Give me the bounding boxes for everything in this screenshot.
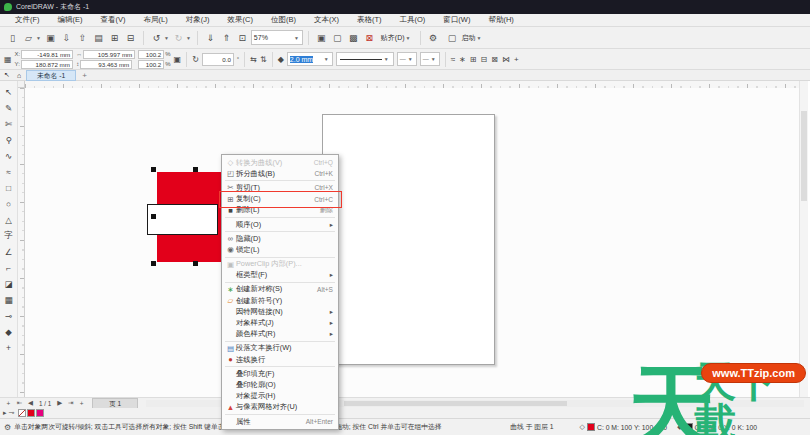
last-page-button[interactable]: ⇥: [66, 399, 75, 407]
context-menu-item-connector-wrap[interactable]: ●连线换行: [222, 354, 338, 365]
paste-icon[interactable]: ⊟: [123, 30, 138, 45]
expand-icon[interactable]: +: [514, 55, 519, 64]
selection-handle[interactable]: [151, 214, 156, 219]
zoom-tool[interactable]: ⚲: [2, 133, 16, 147]
outline-width-combo[interactable]: 2.0 mm▼: [287, 52, 333, 66]
context-menu-item-delete[interactable]: ■删除(L)删除: [222, 205, 338, 216]
x-position-field[interactable]: -149.81 mm: [21, 50, 73, 59]
selection-handle[interactable]: [151, 261, 156, 266]
customize-toolbox-button[interactable]: +: [2, 341, 16, 355]
magenta-swatch[interactable]: [36, 409, 44, 417]
document-tab[interactable]: 未命名 -1: [26, 70, 76, 81]
scale-x-field[interactable]: 100.2: [138, 50, 164, 59]
show-grid-icon[interactable]: ▩: [346, 30, 361, 45]
scrollbar-thumb[interactable]: [801, 111, 807, 201]
no-color-swatch[interactable]: [18, 409, 26, 417]
mirror-vertical-icon[interactable]: ⇅: [260, 55, 267, 64]
full-screen-preview-icon[interactable]: ▣: [314, 30, 329, 45]
selection-handle[interactable]: [151, 167, 156, 172]
freehand-tool[interactable]: ∿: [2, 149, 16, 163]
object-width-field[interactable]: 105.997 mm: [83, 50, 135, 59]
dimension-tool[interactable]: ∠: [2, 245, 16, 259]
polygon-tool[interactable]: △: [2, 213, 16, 227]
ellipse-tool[interactable]: ○: [2, 197, 16, 211]
context-menu-item-object-styles[interactable]: 对象样式(J)▸: [222, 317, 338, 328]
prev-page-button[interactable]: ◀: [26, 399, 35, 407]
menubar-item-object[interactable]: 对象(J): [177, 14, 219, 26]
line-style-combo[interactable]: ▼: [336, 52, 394, 66]
menubar-item-bitmaps[interactable]: 位图(B): [262, 14, 305, 26]
color-eyedropper-tool[interactable]: ⊸: [2, 309, 16, 323]
chevron-down-icon[interactable]: ▼: [186, 35, 191, 41]
interactive-fill-tool[interactable]: ◆: [2, 325, 16, 339]
pick-tool[interactable]: ↖: [2, 85, 16, 99]
next-page-button[interactable]: ▶: [55, 399, 64, 407]
context-menu-item-object-hints[interactable]: 对象提示(H): [222, 391, 338, 402]
undo-icon[interactable]: ↺: [149, 30, 164, 45]
fillet-icon[interactable]: ⊠: [491, 55, 498, 64]
search-content-icon[interactable]: ⇓: [203, 30, 218, 45]
red-swatch[interactable]: [27, 409, 35, 417]
save-icon[interactable]: ▣: [43, 30, 58, 45]
context-menu-item-split-curve[interactable]: ◰拆分曲线(B)Ctrl+K: [222, 168, 338, 179]
drawing-canvas[interactable]: [25, 88, 799, 397]
selection-handle[interactable]: [193, 167, 198, 172]
export-icon[interactable]: ⇧: [75, 30, 90, 45]
copy-icon[interactable]: ⊞: [107, 30, 122, 45]
new-document-tab-button[interactable]: +: [78, 71, 91, 80]
scale-y-field[interactable]: 100.2: [138, 60, 164, 69]
context-menu-item-create-new-symmetry[interactable]: ∗创建新对称(S)Alt+S: [222, 284, 338, 295]
menubar-item-text[interactable]: 文本(X): [305, 14, 348, 26]
launch-dropdown[interactable]: ▢启动▼: [442, 30, 486, 45]
add-page-button-right[interactable]: +: [77, 400, 86, 407]
text-wrap-icon[interactable]: ⊞: [470, 55, 477, 64]
menubar-item-effects[interactable]: 效果(C): [219, 14, 262, 26]
curve-smoothness-icon[interactable]: ≈: [451, 55, 455, 64]
publish-icon[interactable]: ⇑: [219, 30, 234, 45]
menubar-item-layout[interactable]: 布局(L): [135, 14, 177, 26]
page-tab[interactable]: 页 1: [92, 398, 138, 409]
context-menu-item-align-pixel-grid[interactable]: ▲与像素网格对齐(U): [222, 402, 338, 413]
chevron-down-icon[interactable]: ▼: [164, 35, 169, 41]
first-page-button[interactable]: ⇤: [15, 399, 24, 407]
menubar-item-table[interactable]: 表格(T): [348, 14, 391, 26]
menubar-item-window[interactable]: 窗口(W): [434, 14, 479, 26]
gear-icon[interactable]: ⚙: [4, 423, 11, 432]
context-menu-item-overprint-fill[interactable]: 叠印填充(F): [222, 368, 338, 379]
transparency-tool[interactable]: ▦: [2, 293, 16, 307]
menubar-item-file[interactable]: 文件(F): [6, 14, 49, 26]
snap-dropdown[interactable]: 贴齐(D)▼: [378, 30, 415, 45]
scrollbar-thumb[interactable]: [344, 401, 568, 406]
redo-icon[interactable]: ↻: [171, 30, 186, 45]
selection-handle[interactable]: [193, 261, 198, 266]
options-gear-icon[interactable]: ⚙: [426, 30, 441, 45]
arrow-end-combo[interactable]: —▼: [420, 52, 440, 66]
object-height-field[interactable]: 93.463 mm: [80, 60, 132, 69]
drop-shadow-tool[interactable]: ◪: [2, 277, 16, 291]
arrow-start-combo[interactable]: —▼: [397, 52, 417, 66]
context-menu-item-order[interactable]: 顺序(O)▸: [222, 219, 338, 230]
vertical-ruler[interactable]: [18, 88, 25, 397]
mirror-horizontal-icon[interactable]: ⇆: [250, 55, 257, 64]
rectangle-tool[interactable]: □: [2, 181, 16, 195]
white-rectangle-shape[interactable]: [147, 204, 218, 235]
context-menu-item-color-styles[interactable]: 颜色样式(R)▸: [222, 329, 338, 340]
context-menu-item-create-new-symbol[interactable]: ▱创建新符号(Y): [222, 295, 338, 306]
context-menu-item-hide[interactable]: ∞隐藏(D): [222, 233, 338, 244]
menubar-item-edit[interactable]: 编辑(E): [49, 14, 92, 26]
menubar-item-tools[interactable]: 工具(O): [391, 14, 435, 26]
connector-tool[interactable]: ⌐: [2, 261, 16, 275]
vertical-scrollbar[interactable]: [799, 81, 808, 397]
open-icon[interactable]: ▱: [21, 30, 36, 45]
context-menu-item-properties[interactable]: 属性Alt+Enter: [222, 416, 338, 427]
corner-style-icon[interactable]: ∗: [459, 55, 466, 64]
artistic-media-tool[interactable]: ≈: [2, 165, 16, 179]
home-icon[interactable]: ⌂: [14, 72, 24, 79]
text-tool[interactable]: 字: [2, 229, 16, 243]
context-menu-item-copy[interactable]: ⊞复制(C)Ctrl+C: [222, 194, 338, 205]
import-icon[interactable]: ⇩: [59, 30, 74, 45]
eyedropper-icon[interactable]: ⊸: [9, 409, 15, 417]
menubar-item-help[interactable]: 帮助(H): [479, 14, 522, 26]
context-menu-item-overprint-outline[interactable]: 叠印轮廓(O): [222, 379, 338, 390]
add-page-button[interactable]: +: [4, 400, 13, 407]
